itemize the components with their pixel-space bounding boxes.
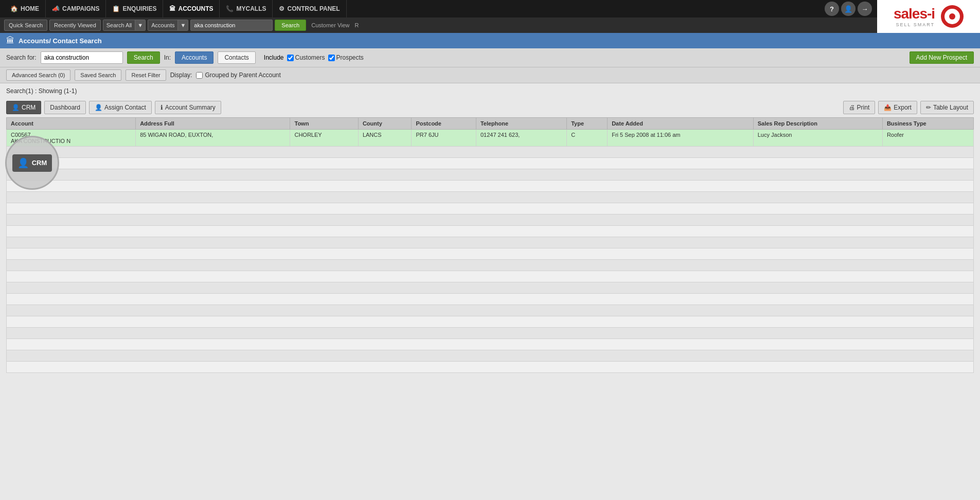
nav-enquiries[interactable]: 📋 ENQUIRIES: [106, 0, 163, 17]
table-row: [7, 147, 974, 158]
in-label: In:: [164, 54, 171, 61]
contacts-in-button[interactable]: Contacts: [218, 51, 255, 64]
table-row: [7, 260, 974, 271]
col-county: County: [358, 118, 412, 130]
prospects-checkbox-label[interactable]: Prospects: [328, 54, 364, 61]
logout-button[interactable]: →: [858, 2, 872, 16]
prospects-checkbox[interactable]: [328, 55, 335, 61]
table-row: [7, 362, 974, 373]
cell-address: 85 WIGAN ROAD, EUXTON,: [136, 130, 290, 147]
nav-controlpanel[interactable]: ⚙ CONTROL PANEL: [273, 0, 346, 17]
search-for-label: Search for:: [6, 54, 37, 61]
nav-mycalls[interactable]: 📞 MYCALLS: [220, 0, 273, 17]
col-account: Account: [7, 118, 136, 130]
accounts-header-icon: 🏛: [6, 36, 14, 45]
campaigns-icon: 📣: [52, 5, 60, 12]
action-toolbar: 👤 CRM Dashboard 👤 Assign Contact ℹ Accou…: [0, 99, 980, 116]
export-icon: 📤: [884, 104, 892, 111]
table-row: [7, 237, 974, 248]
cell-type: C: [567, 130, 608, 147]
results-count: Search(1) : Showing (1-1): [6, 87, 77, 95]
global-search-input[interactable]: aka construction: [190, 20, 273, 31]
page-header: 🏛 Accounts/ Contact Search: [0, 33, 980, 48]
page-content: Search for: Search In: Accounts Contacts…: [0, 48, 980, 373]
table-row: [7, 226, 974, 237]
table-row: [7, 203, 974, 215]
table-row: [7, 181, 974, 192]
nav-accounts[interactable]: 🏛 ACCOUNTS: [163, 0, 220, 17]
sales-i-logo: sales-i SELL SMART: [894, 5, 964, 28]
home-icon: 🏠: [10, 5, 18, 12]
table-row: [7, 350, 974, 362]
col-telephone: Telephone: [476, 118, 566, 130]
table-layout-icon: ✏: [926, 104, 931, 111]
help-button[interactable]: ?: [825, 2, 839, 16]
cell-sales-rep: Lucy Jackson: [753, 130, 882, 147]
crm-person-icon: 👤: [12, 104, 20, 111]
table-row: [7, 169, 974, 181]
cell-date-added: Fri 5 Sep 2008 at 11:06 am: [608, 130, 754, 147]
col-business-type: Business Type: [882, 118, 973, 130]
add-new-prospect-button[interactable]: Add New Prospect: [910, 51, 974, 64]
dashboard-button[interactable]: Dashboard: [44, 101, 86, 114]
search-input[interactable]: [41, 51, 123, 64]
results-table-container: Account Address Full Town County Postcod…: [0, 117, 980, 373]
export-button[interactable]: 📤 Export: [878, 101, 917, 114]
table-row[interactable]: C00567 AKA CONSTRUCTIO N 85 WIGAN ROAD, …: [7, 130, 974, 147]
grouped-by-parent-checkbox[interactable]: [196, 72, 203, 79]
table-row: [7, 305, 974, 316]
search-button[interactable]: Search: [127, 51, 160, 64]
col-date-added: Date Added: [608, 118, 754, 130]
results-table: Account Address Full Town County Postcod…: [6, 117, 974, 373]
cell-business-type: Roofer: [882, 130, 973, 147]
controlpanel-icon: ⚙: [279, 5, 284, 12]
table-row: [7, 158, 974, 169]
crm-tooltip-label: CRM: [32, 159, 47, 167]
toolbar-right: 🖨 Print 📤 Export ✏ Table Layout: [843, 101, 974, 114]
cell-postcode: PR7 6JU: [412, 130, 476, 147]
customers-checkbox[interactable]: [287, 55, 294, 61]
table-layout-button[interactable]: ✏ Table Layout: [920, 101, 974, 114]
col-address: Address Full: [136, 118, 290, 130]
enquiries-icon: 📋: [112, 5, 120, 12]
crm-tooltip-overlay: 👤 CRM: [5, 136, 59, 190]
table-row: [7, 215, 974, 226]
table-row: [7, 294, 974, 305]
col-type: Type: [567, 118, 608, 130]
customers-checkbox-label[interactable]: Customers: [287, 54, 325, 61]
accounts-dropdown-toggle[interactable]: ▼: [177, 20, 188, 31]
search-scope-dropdown[interactable]: ▼: [135, 20, 145, 31]
grouped-by-parent-label[interactable]: Grouped by Parent Account: [196, 72, 280, 79]
nav-campaigns[interactable]: 📣 CAMPAIGNS: [46, 0, 106, 17]
table-row: [7, 282, 974, 294]
recently-viewed-button[interactable]: Recently Viewed: [49, 20, 101, 31]
saved-search-button[interactable]: Saved Search: [75, 69, 121, 81]
print-button[interactable]: 🖨 Print: [843, 101, 876, 114]
info-icon: ℹ: [161, 104, 163, 111]
customer-view-label: Customer View: [311, 22, 349, 28]
accounts-in-button[interactable]: Accounts: [175, 51, 213, 64]
col-sales-rep: Sales Rep Description: [753, 118, 882, 130]
print-icon: 🖨: [849, 104, 855, 111]
cell-town: CHORLEY: [290, 130, 358, 147]
logo-area: sales-i SELL SMART: [877, 0, 980, 33]
assign-contact-button[interactable]: 👤 Assign Contact: [89, 101, 152, 114]
nav-home[interactable]: 🏠 HOME: [4, 0, 46, 17]
global-search-button[interactable]: Search: [275, 20, 306, 31]
r-value: R: [355, 22, 359, 28]
table-row: [7, 339, 974, 350]
crm-button[interactable]: 👤 CRM: [6, 101, 41, 114]
cell-county: LANCS: [358, 130, 412, 147]
accounts-icon: 🏛: [169, 5, 175, 12]
reset-filter-button[interactable]: Reset Filter: [126, 69, 166, 81]
include-section: Include Customers Prospects: [264, 54, 364, 61]
quick-search-button[interactable]: Quick Search: [4, 20, 47, 31]
page-title: Accounts/ Contact Search: [19, 37, 102, 45]
user-button[interactable]: 👤: [841, 2, 856, 16]
advanced-search-button[interactable]: Advanced Search (0): [6, 69, 70, 81]
crm-tooltip-icon: 👤: [17, 157, 29, 169]
include-label: Include: [264, 54, 284, 61]
account-summary-button[interactable]: ℹ Account Summary: [155, 101, 221, 114]
display-label: Display:: [170, 72, 192, 79]
crm-tooltip-content: 👤 CRM: [12, 154, 52, 172]
